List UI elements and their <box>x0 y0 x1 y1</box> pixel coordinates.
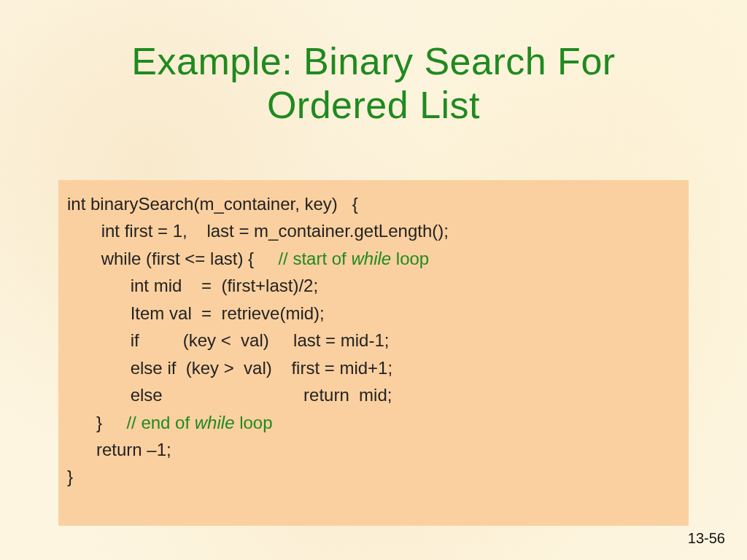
code-line-11: } <box>67 467 73 486</box>
title-line-2: Ordered List <box>267 84 480 126</box>
page-number: 13-56 <box>688 530 725 547</box>
code-line-3a: while (first <= last) { <box>67 249 278 268</box>
comment-text-1a: // start of <box>278 249 351 268</box>
code-line-2: int first = 1, last = m_container.getLen… <box>67 221 449 241</box>
code-line-9a: } <box>67 413 126 432</box>
code-line-1: int binarySearch(m_container, key) { <box>67 194 358 214</box>
slide: Example: Binary Search For Ordered List … <box>0 0 747 560</box>
code-block: int binarySearch(m_container, key) { int… <box>58 180 689 526</box>
comment-while-1: while <box>351 249 391 268</box>
comment-text-2b: loop <box>234 413 272 432</box>
slide-title: Example: Binary Search For Ordered List <box>0 0 747 128</box>
code-line-10: return –1; <box>67 440 171 459</box>
code-comment-start: // start of while loop <box>278 249 429 268</box>
code-line-6: if (key < val) last = mid-1; <box>67 330 389 350</box>
comment-text-1b: loop <box>391 249 429 268</box>
code-line-4: int mid = (first+last)/2; <box>67 276 318 295</box>
comment-text-2a: // end of <box>126 413 194 432</box>
code-line-5: Item val = retrieve(mid); <box>67 303 325 323</box>
code-comment-end: // end of while loop <box>126 413 272 432</box>
code-line-8: else return mid; <box>67 385 392 405</box>
title-line-1: Example: Binary Search For <box>131 40 615 82</box>
code-line-7: else if (key > val) first = mid+1; <box>67 358 392 378</box>
comment-while-2: while <box>195 413 235 432</box>
